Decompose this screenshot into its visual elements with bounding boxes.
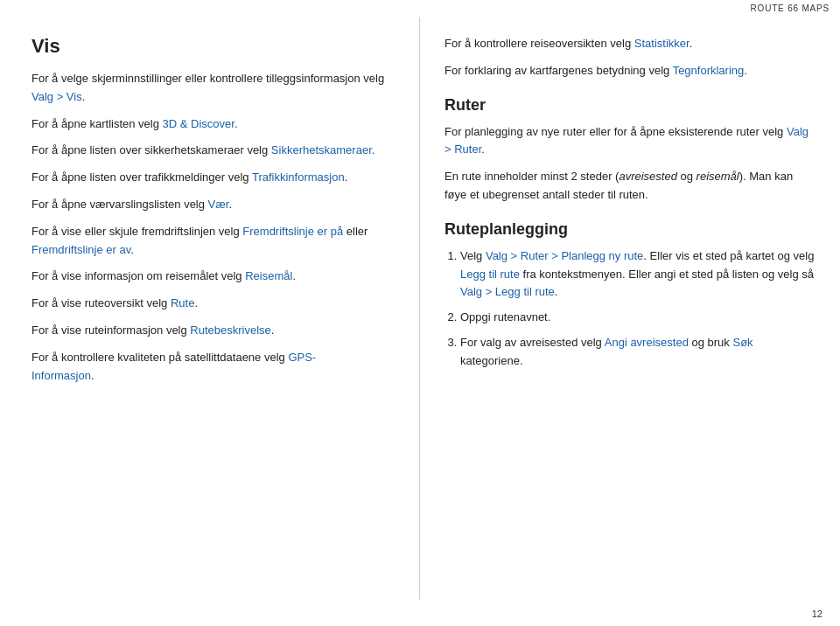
vis-p6-text-after: . xyxy=(130,243,134,256)
item1-text-before: Velg xyxy=(460,249,486,262)
vis-p9-text-before: For å vise ruteinformasjon velg xyxy=(32,323,190,337)
item3-text-after: kategoriene. xyxy=(460,354,523,367)
item3-link1[interactable]: Angi avreisested xyxy=(605,336,689,349)
ruteplanlegging-item1: Velg Valg > Ruter > Planlegg ny rute. El… xyxy=(460,247,816,302)
item1-text-middle2: fra kontekstmenyen. Eller angi et sted p… xyxy=(520,268,814,281)
brand-header: ROUTE 66 MAPS xyxy=(740,0,840,17)
vis-p5-text-after: . xyxy=(228,198,232,211)
vis-p5: For å åpne værvarslingslisten velg Vær. xyxy=(32,196,398,214)
vis-p2: For å åpne kartlisten velg 3D & Discover… xyxy=(32,115,398,134)
vis-p9-link[interactable]: Rutebeskrivelse xyxy=(190,323,271,337)
item2-text: Oppgi rutenavnet. xyxy=(460,310,550,323)
vis-p2-text-after: . xyxy=(234,117,238,130)
vis-p9: For å vise ruteinformasjon velg Rutebesk… xyxy=(32,322,398,340)
ruteplanlegging-item3: For valg av avreisested velg Angi avreis… xyxy=(460,334,816,371)
vis-p6-link2[interactable]: Fremdriftslinje er av xyxy=(32,243,130,256)
item1-link1[interactable]: Valg > Ruter > Planlegg ny rute xyxy=(486,249,643,262)
ruter-heading: Ruter xyxy=(444,96,816,115)
vis-p10-text-before: For å kontrollere kvaliteten på satellit… xyxy=(32,351,288,364)
ruteplanlegging-list: Velg Valg > Ruter > Planlegg ny rute. El… xyxy=(444,247,816,371)
vis-p1-link[interactable]: Valg > Vis xyxy=(32,90,82,103)
ruter-p2-text: En rute inneholder minst 2 steder (avrei… xyxy=(444,170,793,201)
vis-p1-text-before: For å velge skjerminnstillinger eller ko… xyxy=(32,72,384,85)
item1-link3[interactable]: Valg > Legg til rute xyxy=(460,285,555,298)
vis-p6-text-middle: eller xyxy=(343,225,368,238)
vis-p3-link[interactable]: Sikkerhetskameraer xyxy=(271,143,372,156)
item1-text-after: . xyxy=(555,285,558,298)
ruter-p2: En rute inneholder minst 2 steder (avrei… xyxy=(444,168,816,205)
vis-p10-text-after: . xyxy=(91,369,94,382)
right-p1-text-after: . xyxy=(690,37,693,50)
vis-p3: For å åpne listen over sikkerhetskamerae… xyxy=(32,142,398,160)
right-p2-text-after: . xyxy=(744,64,747,77)
vis-p3-text-after: . xyxy=(372,143,375,156)
vis-p6-link1[interactable]: Fremdriftslinje er på xyxy=(242,225,343,238)
vis-p5-link[interactable]: Vær xyxy=(208,198,229,211)
ruter-p1: For planlegging av nye ruter eller for å… xyxy=(444,123,816,160)
vis-p9-text-after: . xyxy=(271,323,275,337)
ruter-p1-text-after: . xyxy=(481,143,485,156)
vis-p4-text-after: . xyxy=(345,170,348,184)
right-p2-text-before: For forklaring av kartfargenes betydning… xyxy=(444,64,673,77)
vis-heading: Vis xyxy=(32,35,398,58)
vis-p2-link[interactable]: 3D & Discover xyxy=(163,117,234,130)
right-p1: For å kontrollere reiseoversikten velg S… xyxy=(444,35,816,53)
page-number: 12 xyxy=(812,609,822,619)
vis-p2-text-before: For å åpne kartlisten velg xyxy=(32,117,163,130)
item3-link2[interactable]: Søk xyxy=(732,336,752,349)
vis-p8-link[interactable]: Rute xyxy=(171,296,194,310)
vis-p8-text-after: . xyxy=(194,296,198,310)
vis-p8: For å vise ruteoversikt velg Rute. xyxy=(32,295,398,313)
vis-p4-link[interactable]: Trafikkinformasjon xyxy=(252,170,345,184)
vis-p4: For å åpne listen over trafikkmeldinger … xyxy=(32,169,398,187)
vis-p4-text-before: For å åpne listen over trafikkmeldinger … xyxy=(32,170,252,184)
right-p2-link[interactable]: Tegnforklaring xyxy=(673,64,745,77)
right-p2: For forklaring av kartfargenes betydning… xyxy=(444,62,816,80)
vis-p10: For å kontrollere kvaliteten på satellit… xyxy=(32,349,398,386)
right-p1-link[interactable]: Statistikker xyxy=(634,37,690,50)
item1-link2[interactable]: Legg til rute xyxy=(460,268,520,281)
vis-p6: For å vise eller skjule fremdriftslinjen… xyxy=(32,223,398,260)
ruteplanlegging-heading: Ruteplanlegging xyxy=(444,220,816,239)
ruter-p1-text-before: For planlegging av nye ruter eller for å… xyxy=(444,125,787,138)
content-area: Vis For å velge skjerminnstillinger elle… xyxy=(0,0,840,626)
vis-p6-text-before: For å vise eller skjule fremdriftslinjen… xyxy=(32,225,242,238)
vis-p7-text-after: . xyxy=(292,269,296,282)
vis-p7: For å vise informasjon om reisemålet vel… xyxy=(32,268,398,286)
item1-text-middle1: . Eller vis et sted på kartet og velg xyxy=(643,249,814,262)
vis-p8-text-before: For å vise ruteoversikt velg xyxy=(32,296,171,310)
left-column: Vis For å velge skjerminnstillinger elle… xyxy=(0,17,420,600)
item3-text-before: For valg av avreisested velg xyxy=(460,336,605,349)
ruteplanlegging-item2: Oppgi rutenavnet. xyxy=(460,309,816,327)
vis-p7-link[interactable]: Reisemål xyxy=(245,269,292,282)
vis-p3-text-before: For å åpne listen over sikkerhetskamerae… xyxy=(32,143,271,156)
vis-p5-text-before: For å åpne værvarslingslisten velg xyxy=(32,198,208,211)
vis-p1: For å velge skjerminnstillinger eller ko… xyxy=(32,70,398,107)
item3-text-middle: og bruk xyxy=(689,336,733,349)
right-column: For å kontrollere reiseoversikten velg S… xyxy=(420,17,840,600)
vis-p1-text-after: . xyxy=(82,90,86,103)
right-p1-text-before: For å kontrollere reiseoversikten velg xyxy=(444,37,634,50)
vis-p7-text-before: For å vise informasjon om reisemålet vel… xyxy=(32,269,245,282)
